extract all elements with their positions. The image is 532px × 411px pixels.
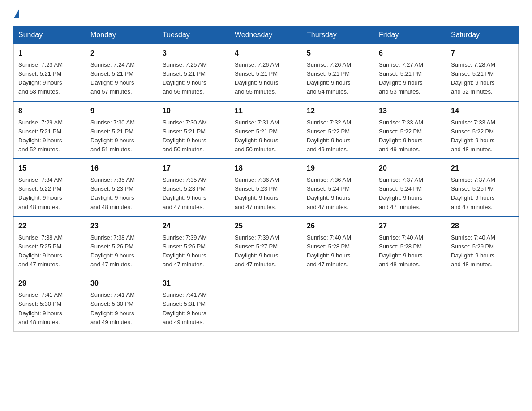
- day-number: 1: [18, 48, 81, 59]
- calendar-cell: 22 Sunrise: 7:38 AMSunset: 5:25 PMDaylig…: [14, 217, 86, 274]
- day-info: Sunrise: 7:28 AMSunset: 5:21 PMDaylight:…: [451, 61, 495, 95]
- day-info: Sunrise: 7:40 AMSunset: 5:28 PMDaylight:…: [307, 234, 351, 268]
- day-number: 16: [90, 163, 153, 174]
- day-number: 6: [379, 48, 442, 59]
- day-number: 25: [235, 221, 297, 231]
- day-info: Sunrise: 7:29 AMSunset: 5:21 PMDaylight:…: [18, 119, 63, 153]
- calendar-cell: 14 Sunrise: 7:33 AMSunset: 5:22 PMDaylig…: [446, 102, 519, 159]
- day-number: 20: [379, 163, 442, 174]
- calendar-cell: 2 Sunrise: 7:24 AMSunset: 5:21 PMDayligh…: [86, 44, 158, 102]
- calendar-cell: 17 Sunrise: 7:35 AMSunset: 5:23 PMDaylig…: [158, 159, 230, 217]
- calendar-cell: 31 Sunrise: 7:41 AMSunset: 5:31 PMDaylig…: [158, 274, 230, 331]
- day-info: Sunrise: 7:30 AMSunset: 5:21 PMDaylight:…: [90, 119, 135, 153]
- calendar-cell: [302, 274, 374, 331]
- day-info: Sunrise: 7:33 AMSunset: 5:22 PMDaylight:…: [379, 119, 423, 153]
- calendar-table: SundayMondayTuesdayWednesdayThursdayFrid…: [13, 26, 519, 332]
- day-number: 3: [163, 48, 225, 59]
- calendar-cell: 7 Sunrise: 7:28 AMSunset: 5:21 PMDayligh…: [446, 44, 519, 102]
- day-number: 31: [163, 278, 225, 289]
- logo: [13, 9, 20, 18]
- calendar-cell: 18 Sunrise: 7:36 AMSunset: 5:23 PMDaylig…: [230, 159, 302, 217]
- day-number: 13: [379, 106, 442, 116]
- col-header-wednesday: Wednesday: [230, 26, 302, 44]
- calendar-cell: 4 Sunrise: 7:26 AMSunset: 5:21 PMDayligh…: [230, 44, 302, 102]
- day-info: Sunrise: 7:41 AMSunset: 5:30 PMDaylight:…: [18, 291, 63, 325]
- calendar-cell: 1 Sunrise: 7:23 AMSunset: 5:21 PMDayligh…: [14, 44, 86, 102]
- week-row-5: 29 Sunrise: 7:41 AMSunset: 5:30 PMDaylig…: [14, 274, 519, 331]
- calendar-cell: [446, 274, 519, 331]
- day-number: 12: [307, 106, 369, 116]
- day-info: Sunrise: 7:27 AMSunset: 5:21 PMDaylight:…: [379, 61, 423, 95]
- calendar-cell: 28 Sunrise: 7:40 AMSunset: 5:29 PMDaylig…: [446, 217, 519, 274]
- calendar-cell: 29 Sunrise: 7:41 AMSunset: 5:30 PMDaylig…: [14, 274, 86, 331]
- page-header: [13, 9, 519, 18]
- calendar-cell: 30 Sunrise: 7:41 AMSunset: 5:30 PMDaylig…: [86, 274, 158, 331]
- day-info: Sunrise: 7:32 AMSunset: 5:22 PMDaylight:…: [307, 119, 351, 153]
- week-row-2: 8 Sunrise: 7:29 AMSunset: 5:21 PMDayligh…: [14, 102, 519, 159]
- day-number: 28: [451, 221, 514, 231]
- col-header-monday: Monday: [86, 26, 158, 44]
- week-row-3: 15 Sunrise: 7:34 AMSunset: 5:22 PMDaylig…: [14, 159, 519, 217]
- day-info: Sunrise: 7:31 AMSunset: 5:21 PMDaylight:…: [235, 119, 279, 153]
- calendar-cell: 11 Sunrise: 7:31 AMSunset: 5:21 PMDaylig…: [230, 102, 302, 159]
- day-info: Sunrise: 7:39 AMSunset: 5:26 PMDaylight:…: [163, 234, 207, 268]
- day-info: Sunrise: 7:34 AMSunset: 5:22 PMDaylight:…: [18, 176, 63, 210]
- calendar-header-row: SundayMondayTuesdayWednesdayThursdayFrid…: [14, 26, 519, 44]
- day-number: 27: [379, 221, 442, 231]
- day-number: 18: [235, 163, 297, 174]
- calendar-cell: 20 Sunrise: 7:37 AMSunset: 5:24 PMDaylig…: [374, 159, 446, 217]
- calendar-cell: [374, 274, 446, 331]
- calendar-cell: 15 Sunrise: 7:34 AMSunset: 5:22 PMDaylig…: [14, 159, 86, 217]
- day-info: Sunrise: 7:38 AMSunset: 5:26 PMDaylight:…: [90, 234, 135, 268]
- day-info: Sunrise: 7:33 AMSunset: 5:22 PMDaylight:…: [451, 119, 495, 153]
- col-header-sunday: Sunday: [14, 26, 86, 44]
- calendar-cell: 19 Sunrise: 7:36 AMSunset: 5:24 PMDaylig…: [302, 159, 374, 217]
- day-number: 29: [18, 278, 81, 289]
- day-number: 4: [235, 48, 297, 59]
- day-info: Sunrise: 7:38 AMSunset: 5:25 PMDaylight:…: [18, 234, 63, 268]
- calendar-cell: 24 Sunrise: 7:39 AMSunset: 5:26 PMDaylig…: [158, 217, 230, 274]
- calendar-cell: 12 Sunrise: 7:32 AMSunset: 5:22 PMDaylig…: [302, 102, 374, 159]
- day-info: Sunrise: 7:37 AMSunset: 5:24 PMDaylight:…: [379, 176, 423, 210]
- day-number: 26: [307, 221, 369, 231]
- day-number: 5: [307, 48, 369, 59]
- calendar-cell: 5 Sunrise: 7:26 AMSunset: 5:21 PMDayligh…: [302, 44, 374, 102]
- day-info: Sunrise: 7:36 AMSunset: 5:24 PMDaylight:…: [307, 176, 351, 210]
- day-number: 7: [451, 48, 514, 59]
- day-info: Sunrise: 7:25 AMSunset: 5:21 PMDaylight:…: [163, 61, 207, 95]
- day-number: 9: [90, 106, 153, 116]
- day-info: Sunrise: 7:30 AMSunset: 5:21 PMDaylight:…: [163, 119, 207, 153]
- day-info: Sunrise: 7:36 AMSunset: 5:23 PMDaylight:…: [235, 176, 279, 210]
- day-number: 2: [90, 48, 153, 59]
- col-header-saturday: Saturday: [446, 26, 519, 44]
- week-row-1: 1 Sunrise: 7:23 AMSunset: 5:21 PMDayligh…: [14, 44, 519, 102]
- day-info: Sunrise: 7:35 AMSunset: 5:23 PMDaylight:…: [90, 176, 135, 210]
- day-info: Sunrise: 7:26 AMSunset: 5:21 PMDaylight:…: [235, 61, 279, 95]
- day-number: 17: [163, 163, 225, 174]
- calendar-cell: 23 Sunrise: 7:38 AMSunset: 5:26 PMDaylig…: [86, 217, 158, 274]
- col-header-tuesday: Tuesday: [158, 26, 230, 44]
- calendar-cell: 13 Sunrise: 7:33 AMSunset: 5:22 PMDaylig…: [374, 102, 446, 159]
- col-header-friday: Friday: [374, 26, 446, 44]
- day-number: 15: [18, 163, 81, 174]
- day-info: Sunrise: 7:40 AMSunset: 5:28 PMDaylight:…: [379, 234, 423, 268]
- calendar-cell: 25 Sunrise: 7:39 AMSunset: 5:27 PMDaylig…: [230, 217, 302, 274]
- day-info: Sunrise: 7:41 AMSunset: 5:31 PMDaylight:…: [163, 291, 207, 325]
- day-info: Sunrise: 7:23 AMSunset: 5:21 PMDaylight:…: [18, 61, 63, 95]
- calendar-cell: 16 Sunrise: 7:35 AMSunset: 5:23 PMDaylig…: [86, 159, 158, 217]
- day-info: Sunrise: 7:24 AMSunset: 5:21 PMDaylight:…: [90, 61, 135, 95]
- day-number: 19: [307, 163, 369, 174]
- day-number: 8: [18, 106, 81, 116]
- day-number: 14: [451, 106, 514, 116]
- calendar-cell: 8 Sunrise: 7:29 AMSunset: 5:21 PMDayligh…: [14, 102, 86, 159]
- logo-text: [13, 9, 20, 18]
- day-number: 10: [163, 106, 225, 116]
- calendar-cell: [230, 274, 302, 331]
- calendar-cell: 9 Sunrise: 7:30 AMSunset: 5:21 PMDayligh…: [86, 102, 158, 159]
- day-info: Sunrise: 7:41 AMSunset: 5:30 PMDaylight:…: [90, 291, 135, 325]
- calendar-cell: 6 Sunrise: 7:27 AMSunset: 5:21 PMDayligh…: [374, 44, 446, 102]
- day-number: 21: [451, 163, 514, 174]
- calendar-cell: 21 Sunrise: 7:37 AMSunset: 5:25 PMDaylig…: [446, 159, 519, 217]
- day-number: 24: [163, 221, 225, 231]
- col-header-thursday: Thursday: [302, 26, 374, 44]
